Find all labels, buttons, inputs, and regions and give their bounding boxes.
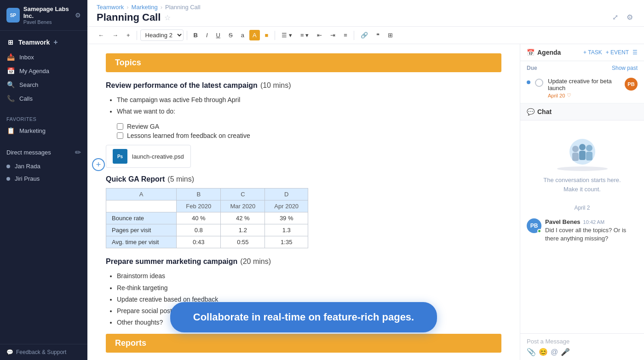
dm-section: Direct messages ✏ Jan Rada Jiri Praus — [0, 141, 87, 189]
bold-button[interactable]: B — [190, 30, 201, 40]
add-dm-icon[interactable]: ✏ — [75, 148, 81, 157]
dm-label-jan: Jan Rada — [15, 163, 40, 170]
dm-item-jiri[interactable]: Jiri Praus — [0, 172, 87, 185]
row-4-2: 0:55 — [221, 236, 265, 248]
row-2-3: 39 % — [265, 212, 308, 224]
search-icon: 🔍 — [6, 81, 15, 88]
chat-icon: 💬 — [527, 108, 535, 115]
task-checkbox-1[interactable] — [535, 79, 543, 87]
strikethrough-button[interactable]: S — [225, 30, 236, 40]
add-content-button[interactable]: + — [92, 158, 105, 171]
add-task-button[interactable]: + TASK — [583, 49, 602, 56]
agenda-actions: + TASK + EVENT ☰ — [583, 49, 638, 56]
undo-button[interactable]: ← — [95, 30, 107, 40]
section-3-title: Prepare summer marketing campaign — [106, 257, 237, 266]
sidebar-item-agenda[interactable]: 📅 My Agenda — [0, 64, 87, 78]
settings-icon[interactable]: ⚙ — [75, 11, 81, 19]
redo-button[interactable]: → — [109, 30, 121, 40]
add-button[interactable]: + — [123, 30, 133, 40]
sidebar-item-calls[interactable]: 📞 Calls — [0, 91, 87, 105]
feedback-icon: 💬 — [6, 349, 13, 355]
chat-body: The conversation starts here.Make it cou… — [520, 120, 644, 333]
chat-input[interactable] — [527, 338, 638, 345]
mention-button[interactable]: @ — [551, 348, 558, 356]
agenda-title-text: Agenda — [537, 49, 561, 56]
add-teamwork-icon[interactable]: + — [53, 38, 58, 46]
dm-label: Direct messages — [6, 149, 70, 156]
section-2-duration: (5 mins) — [167, 175, 194, 183]
star-icon[interactable]: ☆ — [164, 13, 171, 22]
ordered-list-button[interactable]: ≡ ▾ — [297, 30, 312, 40]
expand-button[interactable]: ⤢ — [610, 11, 620, 23]
feedback-button[interactable]: 💬 Feedback & Support — [0, 344, 87, 360]
show-past-button[interactable]: Show past — [612, 65, 638, 71]
checkbox-review-ga[interactable] — [117, 123, 123, 130]
editor[interactable]: + Topics Review performance of the lates… — [87, 44, 520, 360]
row-4-1: 0:43 — [177, 236, 221, 248]
attach-button[interactable]: 📎 — [527, 348, 536, 356]
sidebar-item-marketing[interactable]: 📋 Marketing — [0, 124, 87, 137]
link-button[interactable]: 🔗 — [357, 30, 371, 40]
toolbar: ← → + Heading 2 Heading 1 Heading 3 Norm… — [87, 27, 644, 44]
checkbox-item-2: Lessons learned from feedback on creativ… — [117, 132, 501, 139]
agenda-title: 📅 Agenda — [527, 49, 581, 56]
highlight-button[interactable]: ■ — [262, 30, 272, 40]
font-color-button[interactable]: A — [249, 30, 260, 40]
toolbar-sep-1 — [137, 31, 137, 40]
settings-page-button[interactable]: ⚙ — [625, 11, 635, 23]
checkbox-lessons[interactable] — [117, 132, 123, 139]
toolbar-sep-4 — [354, 31, 354, 40]
indent-right-button[interactable]: ⇥ — [327, 30, 339, 40]
row-1-2: Mar 2020 — [221, 200, 265, 212]
agenda-menu-button[interactable]: ☰ — [632, 49, 638, 56]
checkbox-label-lessons: Lessons learned from feedback on creativ… — [127, 132, 250, 139]
font-size-button[interactable]: a — [238, 30, 247, 40]
breadcrumb-teamwork[interactable]: Teamwork — [97, 4, 124, 11]
svg-point-4 — [579, 144, 586, 150]
col-d: D — [265, 189, 308, 200]
add-event-button[interactable]: + EVENT — [606, 49, 629, 56]
sidebar-item-search[interactable]: 🔍 Search — [0, 78, 87, 91]
dm-section-header[interactable]: Direct messages ✏ — [0, 145, 87, 160]
voice-button[interactable]: 🎤 — [561, 348, 570, 356]
task-like-icon[interactable]: ♡ — [567, 92, 571, 98]
main-content: Teamwork › Marketing › Planning Call Pla… — [87, 0, 644, 360]
list-button[interactable]: ☰ ▾ — [278, 30, 295, 40]
section-3-heading: Prepare summer marketing campaign (20 mi… — [106, 257, 501, 266]
underline-button[interactable]: U — [213, 30, 224, 40]
checkbox-label-review-ga: Review GA — [127, 123, 159, 130]
inbox-label: Inbox — [19, 54, 81, 61]
section-1-bullets: The campaign was active Feb through Apri… — [106, 94, 501, 117]
sidebar-item-teamwork[interactable]: ⊞ Teamwork + — [0, 34, 87, 50]
search-label: Search — [19, 81, 81, 88]
emoji-button[interactable]: 😊 — [539, 348, 548, 356]
main-nav: ⊞ Teamwork + 📥 Inbox 📅 My Agenda 🔍 Searc… — [0, 31, 87, 109]
row-1-1: Feb 2020 — [177, 200, 221, 212]
svg-point-0 — [557, 166, 608, 171]
table-button[interactable]: ⊞ — [385, 30, 396, 40]
indent-left-button[interactable]: ⇤ — [314, 30, 325, 40]
favorites-section: Favorites 📋 Marketing — [0, 109, 87, 141]
chat-message-1: PB Pavel Benes 10:42 AM Did I cover all … — [527, 218, 638, 243]
breadcrumb: Teamwork › Marketing › Planning Call — [97, 4, 635, 11]
right-panel: 📅 Agenda + TASK + EVENT ☰ Due Show past … — [520, 44, 644, 360]
inbox-icon: 📥 — [6, 53, 15, 61]
svg-point-2 — [572, 146, 579, 152]
content-area: + Topics Review performance of the lates… — [87, 44, 644, 360]
italic-button[interactable]: I — [203, 30, 211, 40]
task-1-date: April 20 ♡ — [548, 92, 620, 98]
quote-button[interactable]: ❝ — [373, 30, 383, 40]
heading-select[interactable]: Heading 2 Heading 1 Heading 3 Normal — [140, 29, 184, 41]
chat-msg-1-header: Pavel Benes 10:42 AM — [545, 218, 638, 225]
company-name: Samepage Labs Inc. — [23, 6, 75, 19]
toolbar-sep-2 — [187, 31, 187, 40]
align-button[interactable]: ≡ — [340, 30, 351, 40]
marketing-icon: 📋 — [6, 127, 15, 134]
page-title: Planning Call — [97, 11, 161, 23]
breadcrumb-marketing[interactable]: Marketing — [132, 4, 158, 11]
sidebar-item-inbox[interactable]: 📥 Inbox — [0, 50, 87, 64]
favorites-title: Favorites — [0, 113, 87, 124]
dm-item-jan[interactable]: Jan Rada — [0, 160, 87, 172]
file-attachment[interactable]: Ps launch-creative.psd — [106, 145, 191, 168]
topics-header: Topics — [106, 53, 501, 72]
